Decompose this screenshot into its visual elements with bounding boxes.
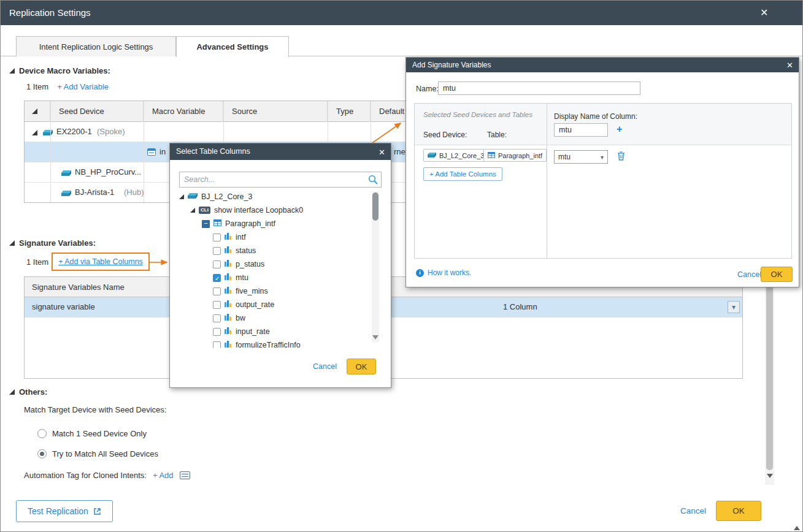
scroll-down-icon[interactable] bbox=[372, 335, 378, 340]
macro-variables-title: Device Macro Variables: bbox=[19, 66, 110, 75]
replication-settings-window: Replication Settings ✕ Intent Replicatio… bbox=[0, 0, 803, 532]
expand-all-triangle-icon[interactable] bbox=[32, 108, 37, 114]
how-it-works-row[interactable]: i How it works. bbox=[416, 268, 471, 277]
match-target-label: Match Target Device with Seed Devices: bbox=[24, 405, 166, 414]
column-checkbox[interactable] bbox=[213, 287, 221, 295]
column-dropdown[interactable]: mtu ▾ bbox=[554, 150, 608, 164]
column-checkbox[interactable] bbox=[213, 341, 221, 349]
collapse-triangle-icon[interactable] bbox=[9, 240, 15, 246]
tree-column-item[interactable]: input_rate bbox=[170, 325, 383, 338]
close-icon[interactable]: ✕ bbox=[378, 147, 385, 156]
dialog-title: Select Table Columns bbox=[176, 147, 250, 156]
tag-list-icon[interactable] bbox=[180, 471, 190, 479]
collapse-minus-icon[interactable]: − bbox=[202, 220, 210, 228]
column-checkbox[interactable] bbox=[213, 260, 221, 268]
close-icon[interactable]: ✕ bbox=[786, 61, 793, 70]
column-checkbox[interactable] bbox=[213, 314, 221, 322]
external-link-icon bbox=[93, 507, 101, 515]
radio-button[interactable] bbox=[37, 449, 47, 458]
tree-column-item[interactable]: five_mins bbox=[170, 284, 383, 298]
tab-intent-replication-logic-settings[interactable]: Intent Replication Logic Settings bbox=[16, 36, 176, 56]
search-icon[interactable] bbox=[368, 175, 378, 184]
tree-table-label: Paragraph_intf bbox=[225, 219, 275, 228]
column-icon bbox=[225, 341, 232, 348]
radio-label: Try to Match All Seed Devices bbox=[52, 449, 158, 458]
tree-scrollbar-thumb[interactable] bbox=[372, 192, 378, 221]
tree-node-device[interactable]: BJ_L2_Core_3 bbox=[170, 190, 383, 203]
row-expand-triangle-icon[interactable] bbox=[32, 130, 37, 135]
dropdown-value: mtu bbox=[558, 153, 571, 161]
add-column-plus-icon[interactable]: + bbox=[617, 124, 622, 135]
column-label: mtu bbox=[236, 273, 248, 282]
tree-column-item[interactable]: mtu bbox=[170, 271, 383, 284]
column-icon bbox=[225, 233, 232, 241]
table-grid-icon bbox=[488, 152, 495, 159]
display-name-label: Display Name of Column: bbox=[554, 112, 637, 121]
annotation-arrow-diagonal bbox=[367, 117, 407, 146]
others-heading: Others: bbox=[9, 387, 47, 397]
tree-column-item[interactable]: intf bbox=[170, 230, 383, 244]
add-variable-link[interactable]: + Add Variable bbox=[57, 82, 109, 91]
delete-trash-icon[interactable] bbox=[617, 151, 625, 161]
tab-advanced-settings[interactable]: Advanced Settings bbox=[176, 36, 289, 57]
tree-column-item[interactable]: bw bbox=[170, 311, 383, 325]
column-checkbox[interactable] bbox=[213, 234, 221, 241]
tree-expand-triangle-icon[interactable] bbox=[190, 208, 195, 213]
column-label: formulizeTrafficInfo bbox=[236, 341, 301, 348]
tree-column-item[interactable]: status bbox=[170, 244, 383, 257]
tree-column-item[interactable]: p_status bbox=[170, 257, 383, 271]
display-name-input[interactable] bbox=[554, 123, 608, 137]
chevron-down-icon: ▾ bbox=[601, 154, 604, 161]
table-label: Table: bbox=[487, 131, 507, 139]
column-label: five_mins bbox=[236, 287, 268, 295]
signature-variable-name: signature variable bbox=[32, 302, 95, 311]
dialog-titlebar: Select Table Columns ✕ bbox=[170, 143, 391, 160]
collapse-triangle-icon[interactable] bbox=[9, 68, 15, 74]
search-input[interactable] bbox=[179, 172, 382, 188]
tree-expand-triangle-icon[interactable] bbox=[179, 194, 184, 199]
collapse-triangle-icon[interactable] bbox=[9, 389, 15, 395]
radio-button[interactable] bbox=[37, 429, 47, 438]
test-replication-button[interactable]: Test Replication bbox=[16, 500, 113, 522]
chip-label: BJ_L2_Core_3 bbox=[439, 152, 484, 159]
signature-header-name: Signature Variables Name bbox=[25, 277, 125, 297]
name-input[interactable] bbox=[438, 82, 640, 95]
chip-label: Paragraph_intf bbox=[498, 152, 542, 159]
cancel-link[interactable]: Cancel bbox=[737, 270, 761, 279]
ok-button[interactable]: OK bbox=[347, 359, 376, 374]
tab-label: Advanced Settings bbox=[196, 42, 268, 51]
add-table-columns-button[interactable]: + Add Table Columns bbox=[423, 167, 502, 181]
add-tag-link[interactable]: + Add bbox=[153, 471, 174, 480]
column-checkbox[interactable] bbox=[213, 328, 221, 336]
tree-cli-label: show interface Loopback0 bbox=[214, 206, 303, 215]
radio-option-match-one[interactable]: Match 1 Seed Device Only bbox=[37, 429, 147, 438]
macro-header-source: Source bbox=[223, 101, 328, 121]
dialog-panel: Selected Seed Devices and Tables Seed De… bbox=[414, 103, 792, 259]
column-checkbox[interactable] bbox=[213, 247, 221, 255]
scroll-down-icon[interactable] bbox=[767, 474, 773, 478]
macro-header-expander-cell bbox=[25, 101, 50, 121]
radio-label: Match 1 Seed Device Only bbox=[52, 429, 147, 438]
scroll-corner-up-icon[interactable] bbox=[794, 526, 800, 530]
tree-node-table[interactable]: − Paragraph_intf bbox=[170, 217, 383, 230]
tree-column-item[interactable]: output_rate bbox=[170, 298, 383, 311]
tree-node-cli[interactable]: CLI show interface Loopback0 bbox=[170, 203, 383, 217]
row-dropdown-button[interactable]: ▾ bbox=[728, 301, 740, 313]
column-label: intf bbox=[236, 233, 246, 241]
column-checkbox[interactable] bbox=[213, 274, 221, 282]
ok-button[interactable]: OK bbox=[716, 501, 761, 521]
column-icon bbox=[225, 287, 232, 295]
dialog-titlebar: Add Signature Variables ✕ bbox=[406, 58, 799, 72]
add-via-table-columns-link[interactable]: + Add via Table Columns bbox=[58, 257, 143, 266]
cancel-link[interactable]: Cancel bbox=[680, 506, 706, 515]
seed-device-chip: BJ_L2_Core_3 bbox=[423, 149, 488, 162]
macro-variable-name: in bbox=[159, 147, 166, 156]
table-grid-icon bbox=[213, 219, 221, 228]
close-icon[interactable]: ✕ bbox=[760, 7, 768, 18]
tree-column-item[interactable]: formulizeTrafficInfo bbox=[170, 338, 383, 348]
radio-option-match-all[interactable]: Try to Match All Seed Devices bbox=[37, 449, 158, 458]
how-it-works-link[interactable]: How it works. bbox=[428, 268, 471, 277]
column-checkbox[interactable] bbox=[213, 301, 221, 309]
cancel-link[interactable]: Cancel bbox=[313, 362, 337, 371]
ok-button[interactable]: OK bbox=[761, 267, 793, 282]
